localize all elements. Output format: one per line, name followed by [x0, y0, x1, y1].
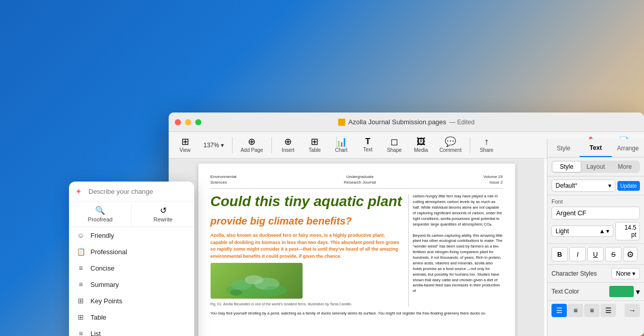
list-icon: ≡	[76, 329, 85, 336]
main-window: Azolla Journal Submission.pages — Edited…	[169, 113, 644, 336]
align-justify-button[interactable]: ☰	[601, 304, 616, 317]
more-format-button[interactable]: ⚙	[623, 247, 637, 261]
share-icon: ↑	[485, 137, 489, 146]
minimize-button[interactable]	[185, 119, 191, 125]
comment-btn[interactable]: 💬 Comment	[435, 135, 466, 155]
view-btn[interactable]: ⊞ View	[173, 135, 197, 155]
tab-arrange[interactable]: Arrange	[612, 139, 644, 157]
ai-panel: ✦ 🔍 Proofread ↺ Rewrite ☺ Friendly 📋 Pro…	[69, 182, 194, 336]
document-area: Environmental Sciences Undergraduate Res…	[169, 159, 544, 336]
subtab-more[interactable]: More	[611, 162, 639, 172]
header-left-line1: Environmental	[211, 174, 237, 180]
ai-search-bar: ✦	[69, 182, 194, 201]
toolbar-separator-2	[271, 137, 272, 153]
add-page-btn[interactable]: ⊕ Add Page	[237, 135, 267, 155]
character-styles-chevron-icon: ▾	[632, 270, 635, 277]
text-color-chevron-icon: ▾	[636, 287, 640, 297]
table-label: Table	[309, 147, 321, 153]
proofread-icon: 🔍	[95, 206, 105, 215]
key-points-menu-item[interactable]: ⊞ Key Points	[69, 293, 194, 309]
bold-button[interactable]: B	[551, 247, 568, 261]
text-btn[interactable]: T Text	[356, 136, 380, 154]
key-points-label: Key Points	[90, 297, 122, 305]
font-size-box[interactable]: 14.5 pt	[615, 222, 640, 240]
character-styles-dropdown[interactable]: None ▾	[611, 268, 640, 279]
header-center-line1: Undergraduate	[344, 174, 376, 180]
font-weight-dropdown[interactable]: Light ▲ ▾	[551, 226, 613, 237]
shape-btn[interactable]: ◻ Shape	[382, 135, 407, 155]
align-left-button[interactable]: ☰	[551, 304, 567, 317]
share-btn[interactable]: ↑ Share	[474, 135, 499, 155]
proofread-button[interactable]: 🔍 Proofread	[69, 201, 132, 227]
article-left-col: Could this tiny aquatic plant provide bi…	[211, 194, 403, 307]
underline-button[interactable]: U	[587, 247, 604, 261]
close-button[interactable]	[175, 119, 181, 125]
table-icon: ⊞	[311, 137, 318, 146]
table-btn[interactable]: ⊞ Table	[303, 135, 327, 155]
tab-style[interactable]: Style	[547, 139, 580, 157]
window-title-text: Azolla Journal Submission.pages	[349, 118, 447, 126]
concise-menu-item[interactable]: ≡ Concise	[69, 260, 194, 276]
chart-icon: 📊	[336, 137, 347, 146]
article-right-col: carbon-hungry little fern may have playe…	[408, 194, 503, 307]
subtab-layout[interactable]: Layout	[582, 162, 610, 172]
ai-quick-actions: 🔍 Proofread ↺ Rewrite	[69, 201, 194, 227]
character-styles-label: Character Styles	[551, 270, 597, 277]
rewrite-icon: ↺	[160, 206, 167, 215]
header-right: Volume 19 Issue 2	[484, 174, 503, 185]
tab-text[interactable]: Text	[580, 139, 612, 157]
maximize-button[interactable]	[195, 119, 201, 125]
chart-label: Chart	[335, 147, 347, 153]
ai-star-icon: ✦	[75, 187, 84, 196]
rewrite-label: Rewrite	[153, 216, 172, 222]
text-color-swatch[interactable]	[609, 286, 634, 297]
align-center-button[interactable]: ≡	[568, 304, 583, 317]
document-page[interactable]: Environmental Sciences Undergraduate Res…	[198, 164, 515, 336]
ai-search-input[interactable]	[88, 188, 188, 195]
font-name-value: Argent CF	[556, 209, 586, 217]
list-label: List	[90, 330, 101, 337]
default-label: Default°	[556, 182, 578, 189]
view-icon: ⊞	[181, 137, 189, 146]
article-subheadline: provide big climate benefits?	[211, 214, 403, 228]
strikethrough-button[interactable]: S	[605, 247, 622, 261]
indent-button[interactable]: →	[625, 304, 640, 317]
default-chevron-icon: ▾	[608, 182, 611, 189]
chart-btn[interactable]: 📊 Chart	[329, 135, 354, 155]
font-weight-up-icon: ▲	[599, 228, 605, 235]
summary-menu-item[interactable]: ≡ Summary	[69, 276, 194, 293]
font-label: Font	[551, 198, 640, 205]
italic-button[interactable]: I	[569, 247, 586, 261]
default-section: Default° ▾ Update	[547, 176, 644, 195]
comment-icon: 💬	[445, 137, 456, 146]
insert-btn[interactable]: ⊕ Insert	[276, 135, 301, 155]
rewrite-button[interactable]: ↺ Rewrite	[132, 201, 194, 227]
svg-point-4	[264, 286, 280, 294]
text-color-section: Text Color ▾	[547, 283, 644, 301]
right-col-text: carbon-hungry little fern may have playe…	[413, 194, 503, 227]
table-menu-item[interactable]: ⊞ Table	[69, 309, 194, 325]
concise-icon: ≡	[76, 264, 85, 272]
doc-icon	[338, 119, 346, 126]
media-label: Media	[414, 147, 428, 153]
toolbar-separator-1	[232, 137, 233, 153]
svg-point-3	[245, 275, 263, 284]
professional-menu-item[interactable]: 📋 Professional	[69, 243, 194, 260]
media-btn[interactable]: 🖼 Media	[409, 135, 433, 155]
list-menu-item[interactable]: ≡ List	[69, 325, 194, 336]
align-right-button[interactable]: ≡	[584, 304, 600, 317]
summary-label: Summary	[90, 281, 119, 288]
subtab-style[interactable]: Style	[553, 162, 581, 172]
figure-area: Fig. 01. Azolla filiculoides is one of t…	[211, 263, 403, 307]
article-body-highlighted: Azolla, also known as duckweed fern or f…	[211, 232, 403, 260]
text-color-control[interactable]: ▾	[609, 286, 640, 297]
add-page-icon: ⊕	[248, 137, 256, 146]
zoom-control[interactable]: 137% ▾	[199, 140, 228, 151]
font-name-box[interactable]: Argent CF	[551, 207, 640, 219]
update-badge[interactable]: Update	[617, 181, 640, 191]
friendly-menu-item[interactable]: ☺ Friendly	[69, 227, 194, 243]
table-menu-label: Table	[90, 313, 106, 321]
default-dropdown[interactable]: Default° ▾	[551, 180, 615, 192]
font-weight-value: Light	[556, 228, 569, 235]
window-title: Azolla Journal Submission.pages — Edited	[338, 118, 475, 126]
